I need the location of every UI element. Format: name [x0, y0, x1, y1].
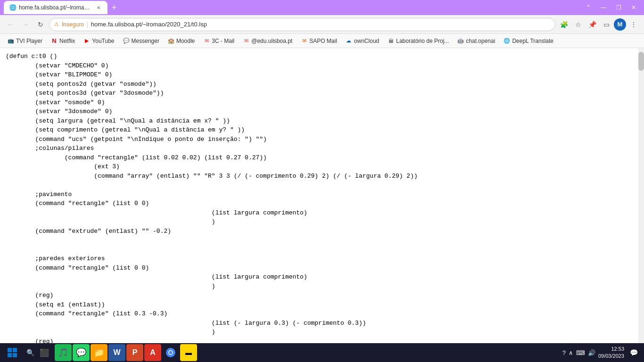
- taskbar-app8[interactable]: ▬: [180, 344, 197, 361]
- taskbar-powerpoint[interactable]: P: [126, 344, 143, 361]
- bookmark-owncloud-label: ownCloud: [354, 38, 379, 44]
- bookmark-messenger-label: Messenger: [132, 38, 159, 44]
- scrollbar-thumb[interactable]: [638, 52, 644, 71]
- bookmark-youtube[interactable]: ▶ YouTube: [80, 37, 118, 45]
- bookmark-deepl-label: DeepL Translate: [512, 38, 553, 44]
- bookmarks-bar: 📺 TVI Player N Netflix ▶ YouTube 💬 Messe…: [0, 34, 644, 48]
- sideview-button[interactable]: ▭: [600, 18, 613, 31]
- speaker-icon[interactable]: 🔊: [588, 349, 595, 356]
- minimize-button[interactable]: —: [597, 3, 610, 12]
- tab-favicon: 🌐: [9, 4, 16, 11]
- tvi-icon: 📺: [8, 38, 14, 44]
- sapomail-icon: ✉: [301, 38, 307, 44]
- labproj-icon: 🏛: [388, 38, 394, 44]
- menu-button[interactable]: ⋮: [627, 18, 640, 31]
- owncloud-icon: ☁: [346, 38, 352, 44]
- tab-title: home.fa.ulisboa.pt/~lromao/202...: [19, 4, 92, 11]
- svg-rect-2: [8, 353, 12, 357]
- svg-rect-1: [13, 348, 17, 352]
- chevron-up-button[interactable]: ⌃: [582, 3, 595, 12]
- page-content: (defun c:t0 () (setvar "CMDECHO" 0) (set…: [0, 48, 644, 343]
- nav-action-buttons: 🧩 ☆ 📌 ▭ M ⋮: [557, 18, 640, 31]
- extensions-button[interactable]: 🧩: [557, 18, 570, 31]
- bookmark-gmail-label: @edu.ulisboa.pt: [251, 38, 292, 44]
- insecure-label: Inseguro: [62, 21, 84, 28]
- messenger-icon: 💬: [123, 38, 130, 44]
- chatgpt-icon: 🤖: [457, 38, 464, 44]
- task-view-button[interactable]: ⬛: [38, 346, 51, 359]
- taskbar-spotify[interactable]: 🎵: [55, 344, 72, 361]
- clock-time: 12:53: [598, 346, 624, 353]
- titlebar: 🌐 home.fa.ulisboa.pt/~lromao/202... ✕ + …: [0, 0, 644, 15]
- bookmark-youtube-label: YouTube: [92, 38, 114, 44]
- new-tab-button[interactable]: +: [107, 1, 121, 14]
- deepl-icon: 🌐: [504, 38, 510, 44]
- system-clock[interactable]: 12:53 09/03/2023: [598, 346, 624, 360]
- moodle-icon: 🏫: [168, 38, 174, 44]
- bookmark-moodle-label: Moodle: [176, 38, 195, 44]
- keyboard-icon[interactable]: ⌨: [576, 349, 585, 356]
- search-button[interactable]: 🔍: [23, 346, 38, 359]
- 3cmail-icon: ✉: [203, 38, 210, 44]
- tab-bar: 🌐 home.fa.ulisboa.pt/~lromao/202... ✕ +: [4, 0, 578, 15]
- help-icon[interactable]: ?: [562, 349, 566, 356]
- taskbar-files[interactable]: 📁: [91, 344, 107, 361]
- profile-button[interactable]: M: [614, 18, 626, 31]
- bookmark-labproj-label: Laboratório de Proj...: [396, 38, 449, 44]
- bookmark-star-button[interactable]: ☆: [571, 18, 585, 31]
- youtube-icon: ▶: [83, 38, 90, 44]
- taskbar-right: ? ∧ ⌨ 🔊 12:53 09/03/2023 💬: [562, 346, 640, 360]
- notification-button[interactable]: 💬: [627, 346, 640, 359]
- restore-button[interactable]: ❐: [612, 3, 625, 12]
- svg-point-6: [169, 351, 173, 354]
- address-bar[interactable]: ⚠ Inseguro | home.fa.ulisboa.pt/~lromao/…: [49, 18, 555, 31]
- back-button[interactable]: ←: [4, 18, 17, 31]
- pin-button[interactable]: 📌: [586, 18, 599, 31]
- taskbar-word[interactable]: W: [108, 344, 125, 361]
- active-tab[interactable]: 🌐 home.fa.ulisboa.pt/~lromao/202... ✕: [4, 1, 107, 14]
- taskbar-apps: 🎵 💬 📁 W P A ▬: [55, 344, 197, 361]
- scrollbar-track[interactable]: [638, 48, 644, 343]
- bookmark-gmail[interactable]: ✉ @edu.ulisboa.pt: [239, 37, 296, 45]
- security-icon: ⚠: [54, 21, 59, 27]
- windows-logo-icon: [8, 348, 17, 357]
- taskbar-chrome[interactable]: [162, 344, 179, 361]
- bookmark-sapomail[interactable]: ✉ SAPO Mail: [297, 37, 341, 45]
- bookmark-chatgpt-label: chat.openai: [466, 38, 495, 44]
- bookmark-netflix-label: Netflix: [59, 38, 75, 44]
- bookmark-tvi-label: TVI Player: [16, 38, 42, 44]
- chrome-icon: [165, 347, 176, 358]
- taskbar-autocad[interactable]: A: [144, 344, 161, 361]
- bookmark-tvi[interactable]: 📺 TVI Player: [4, 37, 46, 45]
- navbar: ← → ↻ ⚠ Inseguro | home.fa.ulisboa.pt/~l…: [0, 15, 644, 34]
- bookmark-messenger[interactable]: 💬 Messenger: [119, 37, 163, 45]
- separator: |: [87, 21, 88, 28]
- close-button[interactable]: ✕: [627, 3, 640, 12]
- taskbar-whatsapp[interactable]: 💬: [73, 344, 90, 361]
- svg-rect-0: [8, 348, 12, 352]
- window-controls: ⌃ — ❐ ✕: [582, 3, 640, 12]
- bookmark-owncloud[interactable]: ☁ ownCloud: [342, 37, 383, 45]
- bookmark-sapomail-label: SAPO Mail: [309, 38, 337, 44]
- netflix-icon: N: [51, 38, 58, 44]
- bookmark-deepl[interactable]: 🌐 DeepL Translate: [500, 37, 557, 45]
- bookmark-chatgpt[interactable]: 🤖 chat.openai: [454, 37, 499, 45]
- bookmark-labproj[interactable]: 🏛 Laboratório de Proj...: [384, 37, 453, 45]
- up-arrow-icon[interactable]: ∧: [569, 349, 573, 356]
- svg-rect-3: [13, 353, 17, 357]
- bookmark-3cmail[interactable]: ✉ 3C - Mail: [199, 37, 238, 45]
- tab-close-button[interactable]: ✕: [95, 4, 102, 11]
- taskbar: 🔍 ⬛ 🎵 💬 📁 W P A ▬ ? ∧ ⌨ 🔊 12:53 09/03/20…: [0, 343, 644, 362]
- code-block: (defun c:t0 () (setvar "CMDECHO" 0) (set…: [6, 52, 638, 343]
- refresh-button[interactable]: ↻: [34, 18, 47, 31]
- gmail-icon: ✉: [243, 38, 249, 44]
- clock-date: 09/03/2023: [598, 353, 624, 360]
- url-text: home.fa.ulisboa.pt/~lromao/2020_21/t0.ls…: [91, 21, 550, 28]
- bookmark-3cmail-label: 3C - Mail: [212, 38, 234, 44]
- forward-button[interactable]: →: [19, 18, 32, 31]
- bookmark-moodle[interactable]: 🏫 Moodle: [164, 37, 198, 45]
- start-button[interactable]: [4, 344, 21, 361]
- bookmark-netflix[interactable]: N Netflix: [47, 37, 79, 45]
